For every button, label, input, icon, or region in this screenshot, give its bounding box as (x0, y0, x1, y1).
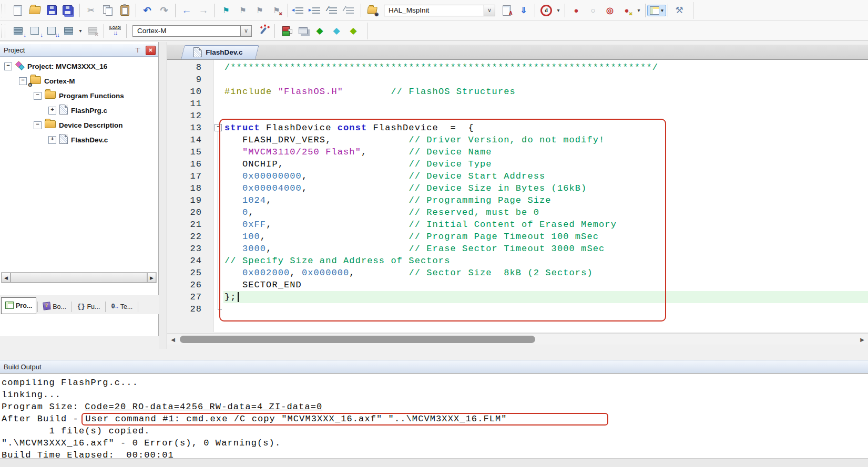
scroll-left-icon[interactable]: ◀ (2, 273, 11, 283)
expand-icon[interactable]: + (48, 136, 56, 144)
find-text-value[interactable]: HAL_MspInit (384, 5, 484, 16)
project-scrollbar-thumb[interactable] (11, 273, 147, 283)
configuration-wrench-button[interactable]: ⚒ (671, 3, 688, 18)
panel-tab-functions[interactable]: {}Fu... (73, 299, 104, 314)
tree-row[interactable]: +FlashDev.c (0, 132, 158, 147)
scroll-right-icon[interactable]: ▶ (857, 335, 867, 344)
collapse-icon[interactable]: − (19, 77, 27, 85)
pin-icon[interactable]: ⊤ (133, 46, 142, 55)
start-debug-session-dropdown-caret[interactable]: ▾ (555, 3, 562, 18)
download-to-flash-button[interactable]: LOAD↓↓ (107, 23, 124, 39)
line-number-gutter: 8910111213141516171819202122232425262728 (167, 60, 213, 332)
toolbar-separator (104, 24, 104, 38)
uncomment-selection-button[interactable]: ∕ (341, 3, 358, 18)
tab-flashdev[interactable]: FlashDev.c (181, 45, 256, 59)
navigate-back-button[interactable]: ← (178, 3, 195, 18)
next-bookmark-button[interactable]: ⚑ (251, 3, 268, 18)
target-select-combobox[interactable]: Cortex-M∨ (132, 25, 252, 37)
translate-file-icon: ↓ (12, 25, 24, 37)
project-panel: Project ⊤ ✕ −Project: MVCM3XXX_16−⚙Corte… (0, 42, 159, 336)
pack-installer-button[interactable]: ◆ (345, 23, 362, 39)
project-horizontal-scrollbar[interactable]: ◀ ▶ (1, 272, 157, 283)
select-software-packs-button[interactable]: ◆ (328, 23, 345, 39)
start-debug-session-button[interactable]: d (538, 3, 555, 18)
tab-separator (138, 302, 138, 312)
tree-row[interactable]: −Project: MVCM3XXX_16 (0, 59, 158, 74)
rebuild-all-button[interactable]: ↓↓ (43, 23, 60, 39)
manage-components-button[interactable] (278, 23, 294, 39)
enable-disable-breakpoint-button[interactable]: ○ (585, 3, 601, 18)
clear-bookmarks-button[interactable]: ⚑× (268, 3, 285, 18)
target-options-button[interactable] (255, 23, 272, 39)
build-target-icon: ↓ (28, 25, 41, 37)
insert-breakpoint-button[interactable]: ● (568, 3, 585, 18)
manage-project-items-button[interactable] (294, 23, 311, 39)
kill-all-breakpoints-dropdown-caret[interactable]: ▾ (635, 3, 642, 18)
chevron-down-icon[interactable]: ∨ (484, 5, 495, 16)
unindent-button[interactable]: ◂ (291, 3, 308, 18)
line-number: 24 (167, 255, 202, 267)
target-select-value[interactable]: Cortex-M (132, 25, 240, 37)
batch-build-dropdown-caret[interactable]: ▾ (77, 23, 84, 39)
code-line-10[interactable]: #include "FlashOS.H" // FlashOS Structur… (224, 86, 516, 98)
find-in-target-button[interactable]: ◉ (364, 3, 381, 18)
editor-scrollbar-thumb[interactable] (180, 336, 535, 343)
tree-item-label: FlashDev.c (71, 136, 108, 144)
disable-all-breakpoints-button[interactable]: ◎ (601, 3, 618, 18)
toolbar-drag-handle[interactable] (2, 4, 5, 17)
save-all-icon (63, 5, 73, 15)
books-tab-icon (43, 302, 50, 312)
batch-build-button[interactable] (60, 23, 77, 39)
translate-file-button[interactable]: ↓ (9, 23, 26, 39)
expand-icon[interactable]: + (48, 107, 56, 115)
save-all-button[interactable] (60, 3, 77, 18)
scroll-left-icon[interactable]: ◀ (168, 335, 178, 344)
chevron-down-icon[interactable]: ∨ (240, 25, 252, 37)
panel-splitter[interactable] (159, 42, 167, 349)
find-in-files-button[interactable]: A (498, 3, 515, 18)
kill-all-breakpoints-button[interactable]: ●× (618, 3, 635, 18)
save-file-icon (47, 5, 57, 15)
line-number: 9 (167, 74, 202, 86)
panel-tab-project[interactable]: Pro... (1, 297, 36, 314)
editor-horizontal-scrollbar[interactable]: ◀ ▶ (167, 333, 868, 345)
tree-row[interactable]: +FlashPrg.c (0, 103, 158, 118)
open-file-button[interactable] (26, 3, 43, 18)
build-output-log: compiling FlashPrg.c...linking...Program… (0, 374, 868, 458)
incremental-find-button[interactable]: ⇓ (515, 3, 532, 18)
comment-selection-button[interactable]: ∕ (324, 3, 341, 18)
tree-row[interactable]: −Program Functions (0, 88, 158, 103)
cut-button[interactable]: ✂ (83, 3, 99, 18)
save-file-button[interactable] (43, 3, 60, 18)
panel-tab-label: Bo... (53, 303, 66, 310)
tree-row[interactable]: −⚙Cortex-M (0, 74, 158, 88)
new-file-button[interactable] (9, 3, 26, 18)
collapse-icon[interactable]: − (4, 63, 12, 70)
find-in-files-icon: A (501, 5, 513, 16)
panel-tab-templates[interactable]: 0→Te... (107, 299, 137, 314)
code-line-8[interactable]: /***************************************… (224, 61, 658, 74)
copy-button[interactable] (99, 3, 116, 18)
panel-tab-books[interactable]: Bo... (39, 299, 70, 314)
stop-build-button[interactable]: × (84, 23, 101, 39)
indent-button[interactable]: ▸ (308, 3, 324, 18)
scroll-right-icon[interactable]: ▶ (147, 273, 156, 283)
code-editor[interactable]: 8910111213141516171819202122232425262728… (167, 60, 868, 332)
build-target-button[interactable]: ↓ (26, 23, 43, 39)
collapse-icon[interactable]: − (34, 121, 42, 129)
run-time-environment-button[interactable]: ◆ (311, 23, 328, 39)
paste-button[interactable] (116, 3, 133, 18)
project-panel-header: Project ⊤ ✕ (0, 44, 158, 57)
close-icon[interactable]: ✕ (146, 46, 156, 55)
navigate-forward-button[interactable]: → (195, 3, 212, 18)
source-file-icon (59, 134, 68, 146)
redo-button[interactable]: ↷ (156, 3, 172, 18)
find-text-combobox[interactable]: HAL_MspInit∨ (384, 4, 495, 17)
tree-row[interactable]: −Device Description (0, 118, 158, 132)
toggle-bookmark-button[interactable]: ⚑ (218, 3, 234, 18)
previous-bookmark-button[interactable]: ⚑ (234, 3, 251, 18)
toolbar-drag-handle[interactable] (2, 24, 5, 38)
system-viewer-button[interactable]: ▾ (648, 3, 665, 18)
collapse-icon[interactable]: − (34, 92, 42, 100)
undo-button[interactable]: ↶ (139, 3, 156, 18)
